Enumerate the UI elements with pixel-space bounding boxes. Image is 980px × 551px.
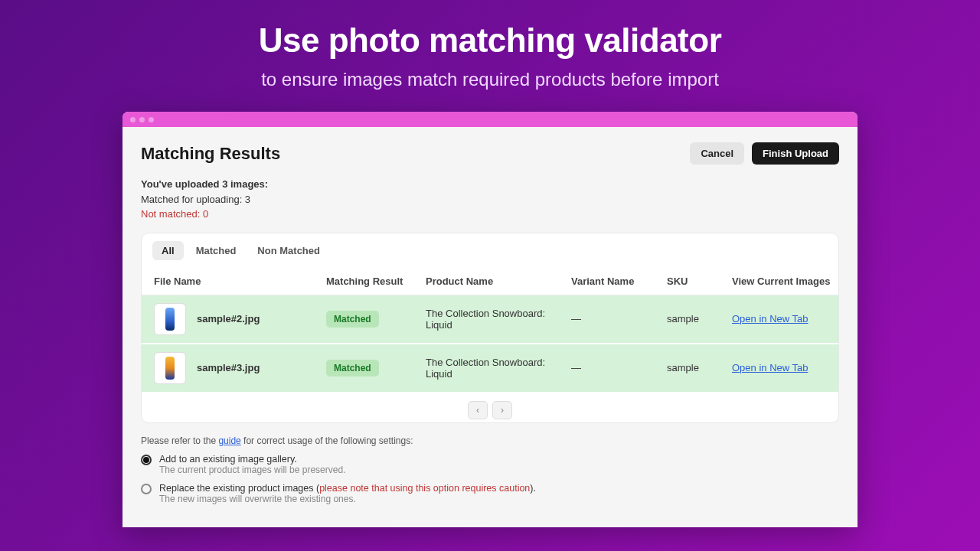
note-text: Please refer to the bbox=[141, 435, 218, 446]
radio-sublabel: The new images will overwrite the existi… bbox=[159, 494, 536, 504]
open-in-new-tab-link[interactable]: Open in New Tab bbox=[732, 362, 808, 373]
table-row: sample#2.jpg Matched The Collection Snow… bbox=[142, 295, 838, 344]
radio-label-text: Replace the existing product images ( bbox=[159, 483, 319, 494]
cancel-button[interactable]: Cancel bbox=[690, 142, 744, 165]
next-page-button[interactable]: › bbox=[492, 401, 512, 419]
snowboard-icon bbox=[165, 308, 175, 331]
guide-link[interactable]: guide bbox=[218, 435, 240, 446]
note-text: for correct usage of the following setti… bbox=[241, 435, 413, 446]
pagination: ‹ › bbox=[142, 393, 838, 422]
upload-summary: You've uploaded 3 images: Matched for up… bbox=[141, 177, 839, 222]
status-badge: Matched bbox=[326, 360, 379, 377]
table-row: sample#3.jpg Matched The Collection Snow… bbox=[142, 344, 838, 393]
radio-replace-images[interactable] bbox=[141, 484, 152, 494]
radio-label: Add to an existing image gallery. bbox=[159, 454, 345, 465]
tab-matched[interactable]: Matched bbox=[187, 241, 246, 260]
status-badge: Matched bbox=[326, 311, 379, 328]
traffic-light-icon bbox=[149, 117, 154, 122]
variant-name: — bbox=[571, 313, 667, 324]
page-title: Matching Results bbox=[141, 144, 280, 164]
sku: sample bbox=[667, 313, 732, 324]
results-panel: All Matched Non Matched File Name Matchi… bbox=[141, 233, 839, 423]
radio-add-to-gallery[interactable] bbox=[141, 455, 152, 465]
chevron-right-icon: › bbox=[501, 405, 504, 416]
traffic-light-icon bbox=[139, 117, 145, 122]
snowboard-icon bbox=[165, 357, 175, 380]
file-name: sample#3.jpg bbox=[197, 362, 260, 373]
hero-subtitle: to ensure images match required products… bbox=[0, 69, 980, 90]
table-header: File Name Matching Result Product Name V… bbox=[142, 268, 838, 295]
prev-page-button[interactable]: ‹ bbox=[468, 401, 488, 419]
window-titlebar bbox=[122, 112, 858, 127]
file-name: sample#2.jpg bbox=[197, 313, 260, 324]
sku: sample bbox=[667, 362, 732, 373]
hero-title: Use photo matching validator bbox=[0, 21, 980, 60]
summary-matched: Matched for uploading: 3 bbox=[141, 192, 839, 207]
open-in-new-tab-link[interactable]: Open in New Tab bbox=[732, 313, 808, 324]
caution-text: please note that using this option requi… bbox=[319, 483, 530, 494]
col-variant-name: Variant Name bbox=[571, 276, 667, 287]
col-sku: SKU bbox=[667, 276, 732, 287]
col-matching-result: Matching Result bbox=[326, 276, 426, 287]
traffic-light-icon bbox=[130, 117, 136, 122]
product-name: The Collection Snowboard: Liquid bbox=[426, 308, 571, 331]
tab-all[interactable]: All bbox=[152, 241, 184, 260]
chevron-left-icon: ‹ bbox=[476, 405, 479, 416]
radio-sublabel: The current product images will be prese… bbox=[159, 465, 345, 475]
app-window: Matching Results Cancel Finish Upload Yo… bbox=[122, 112, 858, 527]
col-view-images: View Current Images bbox=[732, 276, 839, 287]
variant-name: — bbox=[571, 362, 667, 373]
thumbnail bbox=[154, 303, 186, 335]
summary-uploaded: You've uploaded 3 images: bbox=[141, 177, 839, 192]
tab-non-matched[interactable]: Non Matched bbox=[248, 241, 329, 260]
radio-label-text: ). bbox=[530, 483, 536, 494]
filter-tabs: All Matched Non Matched bbox=[142, 233, 838, 268]
settings-note: Please refer to the guide for correct us… bbox=[141, 435, 839, 446]
finish-upload-button[interactable]: Finish Upload bbox=[752, 142, 839, 165]
thumbnail bbox=[154, 352, 186, 384]
summary-not-matched: Not matched: 0 bbox=[141, 207, 839, 222]
radio-label: Replace the existing product images (ple… bbox=[159, 483, 536, 494]
product-name: The Collection Snowboard: Liquid bbox=[426, 357, 571, 380]
col-file-name: File Name bbox=[154, 276, 326, 287]
col-product-name: Product Name bbox=[426, 276, 571, 287]
